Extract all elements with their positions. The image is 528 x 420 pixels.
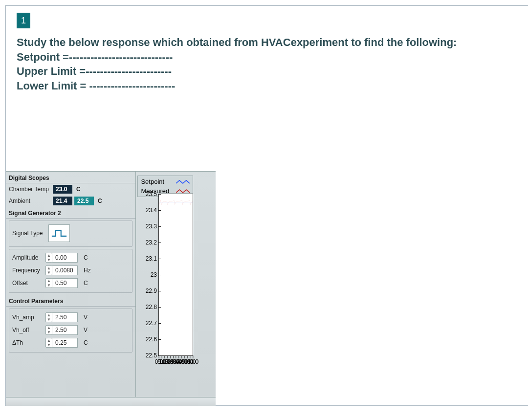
amplitude-stepper[interactable]: ▲▼ 0.00 xyxy=(45,253,78,263)
ambient-row: Ambient 21.4 22.5 C xyxy=(6,195,135,207)
chart-series xyxy=(159,194,193,210)
offset-unit: C xyxy=(84,280,92,287)
ambient-unit: C xyxy=(98,198,102,204)
y-tick: 23.2 xyxy=(146,239,157,246)
vh-off-unit: V xyxy=(84,327,92,333)
question-line: Lower Limit = ------------------------ xyxy=(17,79,521,93)
ath-unit: C xyxy=(84,339,92,346)
vh-amp-label: Vh_amp xyxy=(12,314,44,321)
bottom-separator xyxy=(6,397,216,406)
digital-scopes-title: Digital Scopes xyxy=(6,172,135,183)
x-tick: 60.0 xyxy=(187,358,198,365)
ath-spin-buttons[interactable]: ▲▼ xyxy=(45,338,52,348)
y-tick: 23.3 xyxy=(146,223,157,230)
y-tick: 22.9 xyxy=(146,287,157,294)
offset-label: Offset xyxy=(12,280,44,287)
question-text: Study the below response which obtained … xyxy=(17,35,521,93)
vh-off-stepper[interactable]: ▲▼ 2.50 xyxy=(45,325,78,335)
frequency-unit: Hz xyxy=(84,267,92,274)
offset-stepper[interactable]: ▲▼ 0.50 xyxy=(45,278,78,288)
square-wave-icon[interactable] xyxy=(48,224,70,242)
ambient-label: Ambient xyxy=(9,198,51,204)
y-tick: 22.8 xyxy=(146,304,157,310)
question-container: 1 Study the below response which obtaine… xyxy=(5,5,528,406)
y-tick: 23.1 xyxy=(146,255,157,262)
question-line: Study the below response which obtained … xyxy=(17,35,521,50)
frequency-value[interactable]: 0.0080 xyxy=(52,265,78,275)
y-tick: 22.6 xyxy=(146,336,157,343)
vh-amp-unit: V xyxy=(84,314,92,321)
frequency-label: Frequency xyxy=(12,267,44,274)
y-tick: 23.5 xyxy=(146,191,157,198)
hvac-app-panel: Digital Scopes Chamber Temp 23.0 C Ambie… xyxy=(6,171,216,406)
signal-type-group: Signal Type xyxy=(9,221,132,247)
amplitude-label: Amplitude xyxy=(12,254,44,261)
y-tick: 23.4 xyxy=(146,207,157,214)
vh-amp-value[interactable]: 2.50 xyxy=(52,312,78,322)
vh-off-value[interactable]: 2.50 xyxy=(52,325,78,335)
ambient-value-2: 22.5 xyxy=(74,197,94,205)
question-line: Setpoint =----------------------------- xyxy=(17,50,521,65)
chamber-temp-row: Chamber Temp 23.0 C xyxy=(6,183,135,195)
y-tick: 22.7 xyxy=(146,320,157,327)
vh-off-label: Vh_off xyxy=(12,327,44,333)
legend-setpoint: Setpoint xyxy=(139,177,192,186)
control-parameters-title: Control Parameters xyxy=(6,295,135,307)
legend-setpoint-swatch xyxy=(176,179,190,185)
legend-setpoint-label: Setpoint xyxy=(141,178,172,185)
chamber-temp-label: Chamber Temp xyxy=(9,186,51,193)
vh-amp-stepper[interactable]: ▲▼ 2.50 xyxy=(45,312,78,322)
chamber-temp-unit: C xyxy=(76,186,81,193)
frequency-stepper[interactable]: ▲▼ 0.0080 xyxy=(45,265,78,275)
ath-label: ΔTh xyxy=(12,339,44,346)
question-number-badge: 1 xyxy=(17,13,30,28)
chamber-temp-value: 23.0 xyxy=(53,185,72,194)
vh-amp-spin-buttons[interactable]: ▲▼ xyxy=(45,312,52,322)
signal-type-label: Signal Type xyxy=(12,230,44,237)
amplitude-spin-buttons[interactable]: ▲▼ xyxy=(45,253,52,263)
ath-value[interactable]: 0.25 xyxy=(52,338,78,348)
ambient-value-1: 21.4 xyxy=(53,197,72,205)
vh-off-spin-buttons[interactable]: ▲▼ xyxy=(45,325,52,335)
question-line: Upper Limit =------------------------ xyxy=(17,64,521,79)
temperature-chart: 22.522.622.722.822.92323.123.223.323.423… xyxy=(158,194,193,356)
chart-panel: Setpoint Measured Temperature (C) 22.522… xyxy=(136,172,216,406)
y-tick: 22.5 xyxy=(146,352,157,359)
amplitude-unit: C xyxy=(84,254,92,261)
control-params-group: Vh_amp ▲▼ 2.50 V Vh_off ▲▼ 2.50 V xyxy=(9,309,132,353)
offset-value[interactable]: 0.50 xyxy=(52,278,78,288)
signal-generator-title: Signal Generator 2 xyxy=(6,207,135,219)
series-measured xyxy=(159,200,193,205)
y-tick: 23 xyxy=(151,271,157,278)
amplitude-value[interactable]: 0.00 xyxy=(52,253,78,263)
legend-measured-swatch xyxy=(176,188,190,194)
signal-params-group: Amplitude ▲▼ 0.00 C Frequency ▲▼ 0.0080 … xyxy=(9,249,132,293)
offset-spin-buttons[interactable]: ▲▼ xyxy=(45,278,52,288)
left-panel: Digital Scopes Chamber Temp 23.0 C Ambie… xyxy=(6,172,136,406)
frequency-spin-buttons[interactable]: ▲▼ xyxy=(45,265,52,275)
ath-stepper[interactable]: ▲▼ 0.25 xyxy=(45,338,78,348)
